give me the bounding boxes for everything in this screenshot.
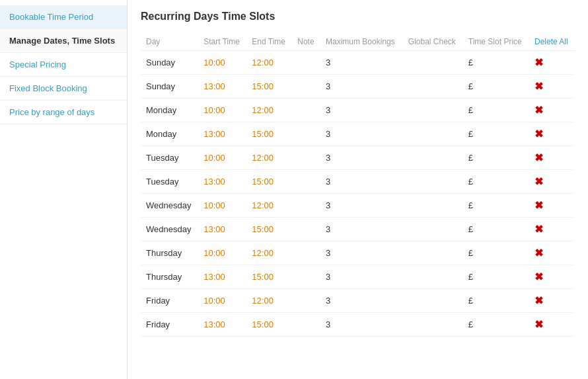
cell-end: 12:00 <box>246 99 292 122</box>
cell-price: £ <box>463 122 529 146</box>
cell-end: 15:00 <box>246 122 292 146</box>
cell-note <box>292 51 320 75</box>
col-header-note: Note <box>292 33 320 51</box>
cell-day: Tuesday <box>141 146 198 170</box>
delete-btn[interactable]: ✖ <box>529 313 575 337</box>
cell-start: 10:00 <box>198 194 246 218</box>
cell-note <box>292 289 320 313</box>
cell-global <box>403 51 463 75</box>
sidebar-item-bookable-time-period[interactable]: Bookable Time Period <box>0 5 127 29</box>
cell-day: Friday <box>141 289 198 313</box>
cell-day: Monday <box>141 99 198 122</box>
cell-max: 3 <box>320 313 403 337</box>
cell-note <box>292 122 320 146</box>
col-header-start-time: Start Time <box>198 33 246 51</box>
delete-btn[interactable]: ✖ <box>529 170 575 194</box>
cell-global <box>403 99 463 122</box>
cell-day: Thursday <box>141 265 198 289</box>
cell-global <box>403 265 463 289</box>
cell-max: 3 <box>320 75 403 99</box>
cell-end: 15:00 <box>246 313 292 337</box>
delete-btn[interactable]: ✖ <box>529 265 575 289</box>
cell-max: 3 <box>320 218 403 241</box>
cell-start: 13:00 <box>198 75 246 99</box>
col-header-day: Day <box>141 33 198 51</box>
cell-end: 15:00 <box>246 265 292 289</box>
delete-btn[interactable]: ✖ <box>529 51 575 75</box>
cell-max: 3 <box>320 170 403 194</box>
table-row: Wednesday10:0012:003£✖ <box>141 194 575 218</box>
table-row: Sunday10:0012:003£✖ <box>141 51 575 75</box>
sidebar-item-fixed-block-booking[interactable]: Fixed Block Booking <box>0 77 127 101</box>
delete-btn[interactable]: ✖ <box>529 99 575 122</box>
cell-start: 10:00 <box>198 289 246 313</box>
sidebar: Bookable Time PeriodManage Dates, Time S… <box>0 0 128 379</box>
cell-start: 13:00 <box>198 265 246 289</box>
delete-btn[interactable]: ✖ <box>529 146 575 170</box>
delete-btn[interactable]: ✖ <box>529 75 575 99</box>
table-row: Friday10:0012:003£✖ <box>141 289 575 313</box>
cell-start: 13:00 <box>198 313 246 337</box>
cell-start: 13:00 <box>198 170 246 194</box>
table-row: Friday13:0015:003£✖ <box>141 313 575 337</box>
cell-note <box>292 170 320 194</box>
cell-price: £ <box>463 146 529 170</box>
page-title: Recurring Days Time Slots <box>141 11 575 22</box>
cell-end: 15:00 <box>246 218 292 241</box>
cell-day: Wednesday <box>141 218 198 241</box>
table-body: Sunday10:0012:003£✖Sunday13:0015:003£✖Mo… <box>141 51 575 337</box>
cell-day: Sunday <box>141 51 198 75</box>
delete-all-link[interactable]: Delete All <box>534 37 568 46</box>
delete-btn[interactable]: ✖ <box>529 289 575 313</box>
col-header-end-time: End Time <box>246 33 292 51</box>
cell-note <box>292 194 320 218</box>
cell-start: 10:00 <box>198 99 246 122</box>
cell-note <box>292 75 320 99</box>
table-row: Tuesday10:0012:003£✖ <box>141 146 575 170</box>
delete-btn[interactable]: ✖ <box>529 122 575 146</box>
col-header-delete-all[interactable]: Delete All <box>529 33 575 51</box>
cell-global <box>403 146 463 170</box>
table-row: Monday10:0012:003£✖ <box>141 99 575 122</box>
cell-max: 3 <box>320 146 403 170</box>
cell-max: 3 <box>320 122 403 146</box>
delete-btn[interactable]: ✖ <box>529 218 575 241</box>
cell-end: 12:00 <box>246 241 292 265</box>
table-header-row: DayStart TimeEnd TimeNoteMaximum Booking… <box>141 33 575 51</box>
table-row: Thursday13:0015:003£✖ <box>141 265 575 289</box>
cell-price: £ <box>463 75 529 99</box>
cell-start: 10:00 <box>198 241 246 265</box>
cell-max: 3 <box>320 51 403 75</box>
col-header-max-bookings: Maximum Bookings <box>320 33 403 51</box>
sidebar-item-special-pricing[interactable]: Special Pricing <box>0 53 127 77</box>
cell-price: £ <box>463 289 529 313</box>
cell-start: 13:00 <box>198 218 246 241</box>
cell-price: £ <box>463 194 529 218</box>
cell-price: £ <box>463 51 529 75</box>
cell-end: 12:00 <box>246 289 292 313</box>
cell-max: 3 <box>320 289 403 313</box>
cell-price: £ <box>463 170 529 194</box>
cell-price: £ <box>463 99 529 122</box>
cell-start: 10:00 <box>198 146 246 170</box>
cell-price: £ <box>463 218 529 241</box>
cell-start: 10:00 <box>198 51 246 75</box>
cell-note <box>292 99 320 122</box>
cell-day: Thursday <box>141 241 198 265</box>
cell-start: 13:00 <box>198 122 246 146</box>
time-slots-table: DayStart TimeEnd TimeNoteMaximum Booking… <box>141 33 575 337</box>
table-row: Thursday10:0012:003£✖ <box>141 241 575 265</box>
cell-note <box>292 313 320 337</box>
cell-price: £ <box>463 313 529 337</box>
table-row: Tuesday13:0015:003£✖ <box>141 170 575 194</box>
sidebar-item-manage-dates[interactable]: Manage Dates, Time Slots <box>0 29 127 53</box>
sidebar-item-price-range[interactable]: Price by range of days <box>0 101 127 124</box>
delete-btn[interactable]: ✖ <box>529 241 575 265</box>
cell-end: 12:00 <box>246 51 292 75</box>
cell-max: 3 <box>320 241 403 265</box>
cell-global <box>403 313 463 337</box>
cell-price: £ <box>463 241 529 265</box>
cell-note <box>292 218 320 241</box>
cell-note <box>292 241 320 265</box>
delete-btn[interactable]: ✖ <box>529 194 575 218</box>
